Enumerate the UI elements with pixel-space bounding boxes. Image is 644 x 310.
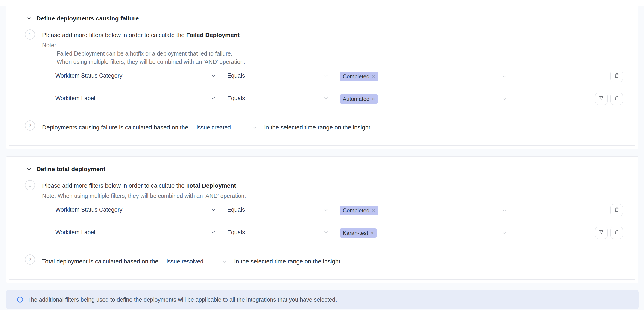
filter-field-select[interactable]: Workitem Label bbox=[55, 229, 218, 239]
note-line: When using multiple filters, they will b… bbox=[57, 58, 638, 66]
trash-icon bbox=[614, 206, 620, 214]
value-tag: Completed × bbox=[340, 72, 378, 81]
add-sub-filter-button[interactable] bbox=[595, 227, 608, 239]
filter-row: Workitem Label Equals bbox=[42, 92, 638, 105]
filter-operator-select[interactable]: Equals bbox=[227, 95, 331, 105]
chevron-down-icon[interactable] bbox=[502, 74, 507, 79]
calculation-sentence-suffix: in the selected time range on the insigh… bbox=[264, 124, 372, 131]
filter-field-value: Workitem Status Category bbox=[55, 72, 122, 79]
remove-tag-icon[interactable]: × bbox=[372, 96, 375, 102]
note-line: Note: When using multiple filters, they … bbox=[42, 192, 638, 200]
filter-values-multiselect[interactable]: Karan-test × bbox=[339, 228, 510, 239]
filter-operator-value: Equals bbox=[227, 72, 245, 79]
step-connector-line bbox=[30, 41, 30, 105]
info-banner-text: The additional filters being used to def… bbox=[28, 296, 337, 303]
chevron-down-icon[interactable] bbox=[26, 15, 32, 22]
info-icon bbox=[16, 296, 24, 303]
section-header-failed[interactable]: Define deployments causing failure bbox=[6, 6, 638, 22]
chevron-down-icon[interactable] bbox=[210, 96, 216, 101]
filter-values-multiselect[interactable]: Completed × bbox=[339, 206, 510, 216]
chevron-down-icon[interactable] bbox=[502, 208, 507, 213]
remove-tag-icon[interactable]: × bbox=[372, 74, 375, 79]
section-card-total-deployment: Define total deployment 1 Please add mor… bbox=[6, 156, 638, 283]
value-tag: Automated × bbox=[340, 94, 378, 104]
filter-operator-value: Equals bbox=[227, 206, 245, 213]
section-title: Define total deployment bbox=[36, 166, 105, 173]
filter-operator-value: Equals bbox=[227, 95, 245, 102]
step1-instruction: Please add more filters below in order t… bbox=[42, 182, 186, 189]
event-basis-select[interactable]: issue resolved bbox=[162, 258, 229, 268]
step1-instruction-term: Failed Deployment bbox=[186, 32, 240, 38]
chevron-down-icon[interactable] bbox=[323, 230, 329, 235]
step-number-badge: 2 bbox=[25, 120, 35, 130]
filter-field-value: Workitem Label bbox=[55, 95, 95, 102]
filter-operator-select[interactable]: Equals bbox=[227, 72, 331, 82]
filter-field-select[interactable]: Workitem Label bbox=[55, 95, 218, 105]
step-1: 1 Please add more filters below in order… bbox=[6, 180, 638, 239]
delete-filter-button[interactable] bbox=[610, 92, 623, 105]
value-tag-label: Completed bbox=[343, 207, 370, 214]
chevron-down-icon[interactable] bbox=[502, 96, 507, 102]
calculation-sentence-prefix: Deployments causing failure is calculate… bbox=[42, 124, 188, 131]
filter-row: Workitem Label Equals bbox=[42, 227, 638, 239]
event-basis-value: issue created bbox=[197, 124, 231, 131]
delete-filter-button[interactable] bbox=[610, 227, 623, 239]
chevron-down-icon[interactable] bbox=[323, 207, 329, 212]
step-number-badge: 2 bbox=[25, 254, 35, 265]
calculation-sentence-suffix: in the selected time range on the insigh… bbox=[234, 258, 342, 265]
chevron-down-icon[interactable] bbox=[252, 124, 258, 130]
section-card-failed-deployment: Define deployments causing failure 1 Ple… bbox=[6, 6, 638, 149]
note-label: Note: bbox=[42, 41, 638, 49]
step-connector-line bbox=[30, 192, 30, 239]
delete-filter-button[interactable] bbox=[610, 70, 623, 82]
step1-instruction-term: Total Deployment bbox=[186, 182, 236, 189]
calculation-sentence-prefix: Total deployment is calculated based on … bbox=[42, 258, 158, 265]
value-tag-label: Karan-test bbox=[343, 230, 368, 236]
event-basis-value: issue resolved bbox=[166, 258, 204, 265]
step-1: 1 Please add more filters below in order… bbox=[6, 30, 638, 105]
filter-field-value: Workitem Status Category bbox=[55, 206, 122, 213]
chevron-down-icon[interactable] bbox=[26, 166, 32, 172]
filter-row: Workitem Status Category Equals bbox=[42, 204, 638, 216]
filter-values-multiselect[interactable]: Completed × bbox=[339, 72, 510, 82]
chevron-down-icon[interactable] bbox=[502, 230, 507, 236]
filter-field-select[interactable]: Workitem Status Category bbox=[55, 72, 218, 82]
filter-values-multiselect[interactable]: Automated × bbox=[339, 94, 510, 105]
section-title: Define deployments causing failure bbox=[36, 15, 139, 22]
filter-row: Workitem Status Category Equals bbox=[42, 70, 638, 82]
value-tag: Karan-test × bbox=[340, 228, 377, 238]
step-number-badge: 1 bbox=[25, 30, 35, 40]
trash-icon bbox=[614, 95, 620, 102]
value-tag-label: Automated bbox=[343, 96, 370, 102]
value-tag: Completed × bbox=[340, 206, 378, 215]
value-tag-label: Completed bbox=[343, 73, 370, 80]
delete-filter-button[interactable] bbox=[610, 204, 623, 216]
remove-tag-icon[interactable]: × bbox=[372, 208, 375, 213]
step-2: 2 Total deployment is calculated based o… bbox=[6, 254, 638, 268]
filter-field-select[interactable]: Workitem Status Category bbox=[55, 206, 218, 216]
chevron-down-icon[interactable] bbox=[222, 258, 227, 264]
filter-operator-select[interactable]: Equals bbox=[227, 229, 331, 239]
funnel-icon bbox=[598, 95, 604, 102]
filter-operator-select[interactable]: Equals bbox=[227, 206, 331, 216]
chevron-down-icon[interactable] bbox=[323, 73, 329, 78]
chevron-down-icon[interactable] bbox=[210, 207, 216, 212]
step-number-badge: 1 bbox=[25, 180, 35, 190]
funnel-icon bbox=[598, 230, 604, 236]
step-2: 2 Deployments causing failure is calcula… bbox=[6, 120, 638, 134]
trash-icon bbox=[614, 72, 620, 80]
filter-field-value: Workitem Label bbox=[55, 229, 95, 236]
add-sub-filter-button[interactable] bbox=[595, 92, 608, 105]
filter-operator-value: Equals bbox=[227, 229, 245, 236]
info-banner: The additional filters being used to def… bbox=[6, 290, 639, 309]
trash-icon bbox=[614, 229, 620, 236]
event-basis-select[interactable]: issue created bbox=[192, 124, 259, 134]
step1-instruction: Please add more filters below in order t… bbox=[42, 32, 186, 38]
chevron-down-icon[interactable] bbox=[210, 73, 216, 78]
chevron-down-icon[interactable] bbox=[323, 96, 329, 101]
chevron-down-icon[interactable] bbox=[210, 230, 216, 235]
top-band bbox=[0, 0, 644, 6]
section-header-total[interactable]: Define total deployment bbox=[6, 156, 638, 173]
note-line: Failed Deployment can be a hotfix or a d… bbox=[57, 49, 638, 58]
remove-tag-icon[interactable]: × bbox=[370, 230, 374, 236]
